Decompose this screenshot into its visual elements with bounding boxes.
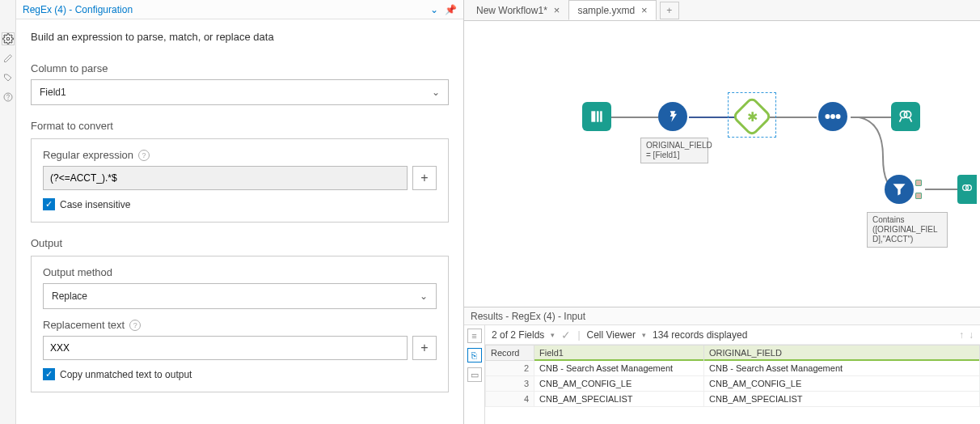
col-record[interactable]: Record (486, 346, 534, 361)
col-original-field[interactable]: ORIGINAL_FIELD (704, 346, 980, 361)
config-instruction: Build an expression to parse, match, or … (31, 31, 449, 43)
results-view-icon[interactable]: ⎘ (467, 348, 482, 363)
tag-icon[interactable] (2, 71, 15, 84)
right-pane: New Workflow1* × sample.yxmd × + (464, 0, 980, 424)
svg-point-0 (6, 37, 10, 40)
table-row[interactable]: 2 CNB - Search Asset Management CNB - Se… (486, 361, 980, 376)
table-row[interactable]: 3 CNB_AM_CONFIG_LE CNB_AM_CONFIG_LE (486, 376, 980, 392)
tab-sample[interactable]: sample.yxmd × (568, 0, 656, 20)
svg-point-8 (836, 114, 841, 119)
chevron-down-icon[interactable]: ▾ (642, 331, 646, 339)
results-view-icon[interactable]: ≡ (467, 329, 482, 343)
fields-count[interactable]: 2 of 2 Fields (492, 329, 544, 341)
svg-rect-5 (600, 111, 602, 121)
results-toolbar: 2 of 2 Fields ▾ ✓ | Cell Viewer ▾ 134 re… (485, 325, 980, 345)
tab-new-workflow[interactable]: New Workflow1* × (467, 0, 568, 20)
check-icon[interactable]: ✓ (561, 329, 571, 341)
port-false (915, 193, 922, 199)
column-to-parse-value: Field1 (40, 87, 66, 98)
col-field1[interactable]: Field1 (534, 346, 704, 361)
node-annotation: ORIGINAL_FIELD = [Field1] (640, 138, 708, 163)
pin-icon[interactable]: 📌 (445, 4, 457, 15)
output-method-label: Output method (43, 266, 437, 278)
regex-group: Regular expression ? + ✓ Case insensitiv… (31, 138, 449, 223)
svg-point-6 (825, 114, 830, 119)
close-icon[interactable]: × (554, 4, 560, 16)
output-group: Output method Replace ⌄ Replacement text… (31, 256, 449, 392)
results-pane: Results - RegEx (4) - Input ≡ ⎘ ▭ 2 of 2… (464, 307, 980, 424)
copy-unmatched-row[interactable]: ✓ Copy unmatched text to output (43, 368, 437, 380)
config-title: RegEx (4) - Configuration (23, 4, 430, 15)
node-annotation: Contains ([ORIGINAL_FIEL D],"ACCT") (867, 212, 948, 248)
add-tab-button[interactable]: + (660, 2, 679, 19)
wire (925, 189, 957, 190)
copy-unmatched-label: Copy unmatched text to output (60, 369, 192, 380)
node-browse[interactable] (891, 102, 920, 131)
node-input-data[interactable] (582, 102, 611, 131)
node-browse[interactable] (957, 175, 977, 204)
config-header: RegEx (4) - Configuration ⌄ 📌 (16, 0, 463, 19)
records-displayed: 134 records displayed (653, 329, 747, 341)
node-select[interactable] (818, 102, 847, 131)
output-label: Output (31, 237, 449, 249)
chevron-down-icon: ⌄ (432, 87, 440, 98)
node-filter[interactable] (885, 175, 914, 204)
format-to-convert-label: Format to convert (31, 120, 449, 132)
arrow-up-icon[interactable]: ↑ (959, 329, 964, 341)
config-panel: RegEx (4) - Configuration ⌄ 📌 Build an e… (16, 0, 464, 424)
help-icon[interactable]: ? (138, 150, 150, 161)
replacement-text-input[interactable] (43, 336, 408, 360)
workflow-canvas[interactable]: ORIGINAL_FIELD = [Field1] ✱ Contains ([O… (464, 21, 980, 307)
help-icon[interactable]: ? (129, 320, 141, 331)
tab-bar: New Workflow1* × sample.yxmd × + (464, 0, 980, 21)
side-rail (0, 0, 16, 424)
case-insensitive-label: Case insensitive (60, 199, 130, 210)
svg-rect-4 (597, 111, 599, 121)
svg-rect-3 (591, 111, 595, 121)
results-rail: ≡ ⎘ ▭ (464, 325, 485, 424)
chevron-down-icon[interactable]: ⌄ (430, 4, 438, 15)
cell-viewer-label[interactable]: Cell Viewer (587, 329, 636, 341)
table-row[interactable]: 4 CNB_AM_SPECIALIST CNB_AM_SPECIALIST (486, 392, 980, 407)
output-method-value: Replace (52, 290, 87, 302)
replacement-text-label: Replacement text ? (43, 319, 437, 331)
chevron-down-icon: ⌄ (420, 290, 428, 302)
node-formula[interactable] (658, 102, 687, 131)
wire (611, 117, 658, 118)
checkbox-checked-icon: ✓ (43, 368, 55, 380)
regex-input[interactable] (43, 166, 408, 190)
pencil-icon[interactable] (2, 52, 15, 65)
help-icon[interactable] (2, 91, 15, 104)
case-insensitive-row[interactable]: ✓ Case insensitive (43, 198, 437, 210)
checkbox-checked-icon: ✓ (43, 198, 55, 210)
results-header: Results - RegEx (4) - Input (464, 307, 980, 325)
results-view-icon[interactable]: ▭ (467, 367, 482, 382)
arrow-down-icon[interactable]: ↓ (969, 329, 974, 341)
column-to-parse-select[interactable]: Field1 ⌄ (31, 79, 449, 105)
wire (770, 117, 817, 118)
svg-point-2 (7, 99, 8, 100)
results-grid[interactable]: Record Field1 ORIGINAL_FIELD 2 CNB - Sea… (485, 345, 980, 424)
svg-point-7 (830, 114, 835, 119)
regex-label: Regular expression ? (43, 149, 437, 161)
replacement-add-button[interactable]: + (412, 336, 437, 360)
output-method-select[interactable]: Replace ⌄ (43, 283, 437, 309)
regex-add-button[interactable]: + (412, 166, 437, 190)
port-true (915, 180, 922, 186)
column-to-parse-label: Column to parse (31, 62, 449, 74)
chevron-down-icon[interactable]: ▾ (551, 331, 555, 339)
close-icon[interactable]: × (641, 4, 648, 16)
config-body: Build an expression to parse, match, or … (16, 19, 463, 424)
gear-icon[interactable] (2, 32, 15, 45)
